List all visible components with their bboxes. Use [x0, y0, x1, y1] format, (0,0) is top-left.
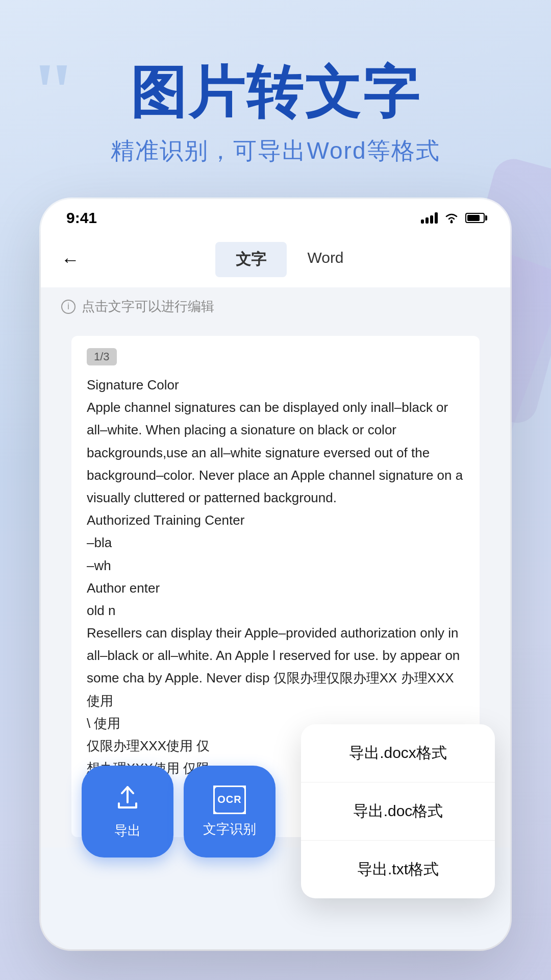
export-docx-item[interactable]: 导出.docx格式: [301, 724, 495, 782]
info-icon: i: [61, 300, 76, 314]
upload-icon-svg: [114, 784, 141, 812]
ocr-button[interactable]: OCR 文字识别: [184, 766, 276, 857]
hero-subtitle: 精准识别，可导出Word等格式: [0, 135, 551, 167]
status-icons: [421, 212, 485, 224]
ocr-icon-wrapper: OCR: [213, 786, 246, 814]
back-button[interactable]: ←: [61, 249, 80, 271]
edit-hint-bar: i 点击文字可以进行编辑: [41, 287, 510, 326]
status-time: 9:41: [66, 209, 97, 227]
export-label: 导出: [114, 822, 141, 840]
battery-icon: [465, 213, 485, 223]
bottom-actions: 导出 OCR 文字识别: [82, 766, 276, 857]
tab-word[interactable]: Word: [287, 242, 364, 277]
page-indicator: 1/3: [87, 348, 117, 365]
hero-section: 图片转文字 精准识别，可导出Word等格式: [0, 61, 551, 167]
export-menu: 导出.docx格式 导出.doc格式 导出.txt格式: [301, 724, 495, 898]
signal-icon: [421, 212, 438, 224]
wifi-icon: [444, 212, 459, 224]
app-header: ← 文字 Word: [41, 232, 510, 287]
phone-mockup: 9:41 ← 文字 Word i 点击文字可以进行编辑: [41, 199, 510, 949]
svg-point-0: [450, 221, 453, 224]
ocr-text: OCR: [217, 794, 241, 805]
ocr-label: 文字识别: [203, 820, 256, 838]
export-txt-item[interactable]: 导出.txt格式: [301, 841, 495, 898]
tab-group: 文字 Word: [215, 242, 364, 277]
hero-title: 图片转文字: [0, 61, 551, 123]
export-doc-item[interactable]: 导出.doc格式: [301, 782, 495, 841]
export-icon: [114, 784, 141, 816]
export-button[interactable]: 导出: [82, 766, 173, 857]
tab-wenzi[interactable]: 文字: [215, 242, 287, 277]
status-bar: 9:41: [41, 199, 510, 232]
hint-text: 点击文字可以进行编辑: [82, 298, 214, 315]
